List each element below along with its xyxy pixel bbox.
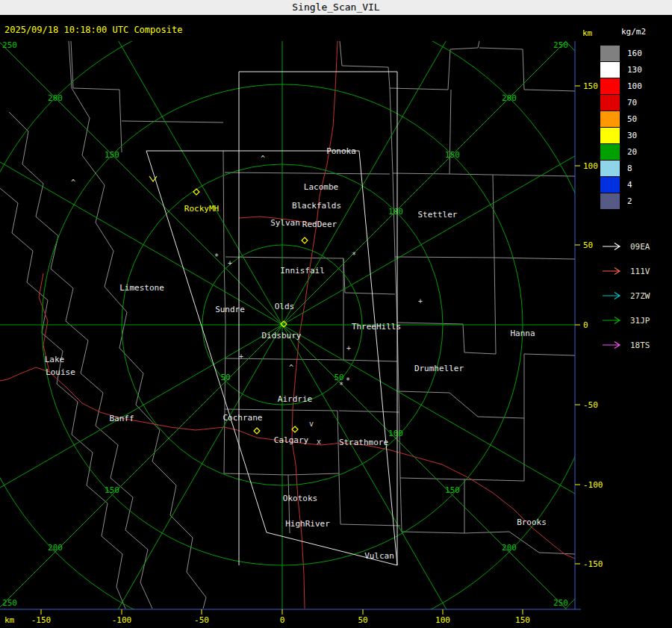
town-label: Sundre [215,305,245,314]
y-axis-ticks: 150 100 50 0 -50 -100 -150 km [575,28,603,569]
storm-track-entry: 18TS [602,333,650,358]
radar-map-canvas[interactable]: 50 50 100 100 150 150 150 150 200 200 20… [0,0,672,628]
storm-track-arrow-icon [602,264,624,279]
map-symbol: + [239,352,243,361]
town-label: Louise [46,367,75,377]
storm-track-arrow-icon [602,240,624,254]
scale-swatch [600,78,620,94]
scale-swatch [600,177,620,193]
scale-swatch [600,161,620,176]
town-label: Calgary [274,435,309,445]
scale-entry: 70 [600,95,672,111]
scale-swatch [600,46,620,61]
scale-swatch [600,95,620,111]
storm-track-arrow-icon [602,338,624,352]
scale-entry: 20 [600,144,672,160]
town-label: Innisfail [280,266,325,276]
town-labels: Ponoka Lacombe Blackfalds Sylvan RedDeer… [45,146,547,561]
map-symbol: ^ [261,155,265,163]
radar-site-diamond [193,189,199,195]
x-tick-label: 150 [515,615,530,625]
storm-track-id: 31JP [630,316,650,326]
map-symbol: + [228,259,232,267]
ring-label: 200 [48,543,63,553]
range-rings [0,0,672,628]
ring-label: 150 [105,150,119,160]
town-label: Olds [275,302,295,311]
color-scale-legend: kg/m2 160 130 100 70 50 30 20 8 4 2 [600,27,672,210]
town-label: Blackfalds [292,201,341,211]
scale-entry: 50 [600,111,672,127]
scale-value: 30 [620,128,637,143]
town-label: Lake [45,355,65,364]
y-tick-label: -100 [583,480,603,490]
ring-label: 150 [445,150,460,160]
scale-swatch [600,193,620,209]
x-axis-ticks: -150 -100 -50 0 50 100 150 km [4,609,530,625]
ring-label: 250 [553,40,568,50]
y-tick-label: -50 [583,400,598,410]
storm-track-id: 111V [630,267,650,276]
town-label: Drumheller [414,364,464,373]
town-label: Didsbury [262,331,302,341]
x-tick-label: 50 [358,615,367,625]
storm-track-legend: 09EA 111V 27ZW 31JP 18TS [602,234,650,358]
map-symbol: + [346,344,351,352]
scale-value: 20 [620,144,637,160]
x-tick-label: -50 [194,615,209,625]
scale-swatch [600,111,620,127]
scale-value: 50 [620,111,637,127]
scale-entry: 4 [600,177,672,193]
storm-track-id: 27ZW [630,291,650,301]
ring-label: 250 [2,40,17,50]
ring-label: 100 [388,429,403,438]
map-symbol: x [317,438,321,446]
x-tick-label: 0 [280,615,285,625]
scale-entry: 2 [600,193,672,209]
scale-value: 70 [620,95,637,111]
town-label: Vulcan [364,551,394,561]
storm-track-arrow-icon [602,314,624,328]
town-label: Sylvan [270,218,300,228]
town-label: Limestone [119,283,164,293]
ring-label: 100 [388,207,403,217]
map-symbol: v [309,420,314,428]
y-tick-label: 50 [583,240,593,250]
map-symbol: ^ [71,178,75,187]
town-label: Banff [109,414,134,423]
storm-track-arrow-icon [602,289,624,303]
map-symbol: * [214,252,219,261]
scale-entry: 100 [600,78,672,94]
y-axis-unit: km [582,28,593,38]
radar-site-diamond [302,237,308,243]
town-label: RedDeer [302,220,337,229]
ring-label: 150 [445,485,460,495]
map-symbol: ^ [289,364,293,372]
town-label: HighRiver [285,519,330,529]
scale-entry: 130 [600,62,672,78]
y-tick-label: -150 [583,559,603,569]
y-tick-label: 150 [583,81,598,91]
y-tick-label: 0 [583,320,588,330]
x-tick-label: 100 [435,615,450,625]
town-label: ThreeHills [352,322,401,332]
map-symbol: + [418,297,423,305]
map-symbol: * [352,251,356,259]
scale-swatch [600,62,620,78]
ring-label: 150 [105,485,119,495]
color-scale-title: kg/m2 [600,27,672,37]
town-label: Strathmore [339,438,388,447]
town-label: Okotoks [283,494,317,503]
ring-label: 50 [220,373,230,382]
x-axis-unit: km [4,615,15,625]
radar-app: { "window": { "title": "Single_Scan_VIL"… [0,0,672,628]
scale-value: 100 [620,78,642,94]
ring-label: 200 [48,93,63,103]
x-tick-label: -100 [112,615,132,625]
scale-value: 8 [620,161,632,176]
town-label: Cochrane [223,413,263,423]
azimuth-lines [0,0,672,628]
storm-track-entry: 27ZW [602,284,650,308]
scale-swatch [600,128,620,143]
town-label: Lacombe [304,182,338,192]
